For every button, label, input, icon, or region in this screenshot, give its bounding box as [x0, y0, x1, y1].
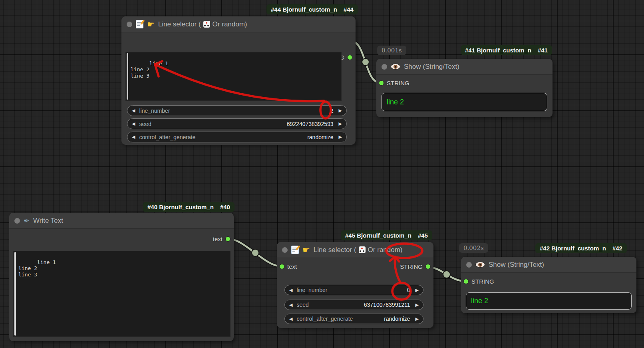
node-titlebar[interactable]: ☛ Line selector ( Or random): [121, 16, 356, 32]
widget-seed[interactable]: ◀ seed 637100783991211 ▶: [284, 300, 423, 310]
decrement-icon[interactable]: ◀: [132, 135, 135, 139]
decrement-icon[interactable]: ◀: [132, 108, 135, 113]
node-graph-canvas[interactable]: #44 Bjornulf_custom_n #44 0.001s #41 Bjo…: [0, 0, 644, 348]
badge-label: #42 Bjornulf_custom_n: [540, 245, 606, 252]
node-write-text-40[interactable]: ✒ Write Text text line 1 line 2 line 3: [9, 213, 234, 341]
show-text-value: line 2: [382, 93, 547, 111]
decrement-icon[interactable]: ◀: [289, 303, 292, 307]
decrement-icon[interactable]: ◀: [289, 288, 292, 292]
increment-icon[interactable]: ▶: [415, 317, 419, 321]
node-line-selector-45[interactable]: ☛ Line selector ( Or random) text STRING…: [277, 242, 433, 328]
eye-icon: [475, 262, 485, 268]
output-dot[interactable]: [425, 264, 431, 269]
node-titlebar[interactable]: Show (String/Text): [376, 59, 553, 75]
badge-label: #44 Bjornulf_custom_n: [271, 6, 337, 13]
timing-badge-41: 0.001s: [377, 46, 406, 55]
wire-midpoint-dot: [362, 58, 369, 66]
input-slot-string[interactable]: STRING: [463, 277, 494, 285]
decrement-icon[interactable]: ◀: [132, 122, 135, 126]
multiline-text-widget[interactable]: line 1 line 2 line 3: [125, 52, 342, 101]
node-titlebar[interactable]: ☛ Line selector ( Or random): [277, 242, 433, 258]
title-text: Or random): [368, 246, 403, 254]
node-badge-45: #45 Bjornulf_custom_n #45: [341, 230, 432, 240]
memo-pencil-icon: [136, 20, 143, 28]
textarea-content: line 1 line 2 line 3: [18, 259, 56, 278]
node-line-selector-44[interactable]: ☛ Line selector ( Or random) STRING line…: [121, 16, 356, 145]
node-badge-41: #41 Bjornulf_custom_n #41: [461, 45, 552, 55]
increment-icon[interactable]: ▶: [339, 135, 342, 139]
input-dot[interactable]: [379, 80, 384, 86]
node-show-string-41[interactable]: Show (String/Text) STRING line 2: [376, 59, 553, 117]
wire-40-to-45: [229, 239, 282, 266]
node-show-string-42[interactable]: Show (String/Text) STRING line 2: [461, 257, 636, 313]
input-slot-string[interactable]: STRING: [379, 79, 409, 87]
widget-value[interactable]: 692240738392593: [287, 121, 334, 127]
textarea-scrollbar: [14, 252, 16, 336]
wire-45-to-42: [428, 267, 465, 281]
input-dot[interactable]: [463, 279, 469, 284]
wire-midpoint-dot: [252, 249, 259, 256]
widget-label: control_after_generate: [296, 316, 384, 322]
badge-id: #45: [418, 232, 428, 239]
widget-control-after-generate[interactable]: ◀ control_after_generate randomize ▶: [284, 314, 423, 324]
slot-label: STRING: [400, 263, 423, 270]
widget-seed[interactable]: ◀ seed 692240738392593 ▶: [127, 118, 347, 129]
slot-label: STRING: [471, 278, 494, 285]
increment-icon[interactable]: ▶: [415, 303, 419, 307]
increment-icon[interactable]: ▶: [339, 108, 342, 113]
slot-label: STRING: [387, 80, 409, 86]
node-badge-42: #42 Bjornulf_custom_n #42: [535, 243, 627, 253]
node-titlebar[interactable]: ✒ Write Text: [9, 213, 234, 229]
slot-label: text: [287, 263, 297, 270]
widget-label: seed: [296, 302, 364, 308]
widget-value[interactable]: 637100783991211: [364, 302, 410, 308]
widget-line-number[interactable]: ◀ line_number 0 ▶: [284, 285, 423, 295]
show-text: line 2: [471, 297, 488, 305]
timing-badge-42: 0.002s: [459, 243, 488, 253]
input-dot[interactable]: [279, 264, 284, 269]
increment-icon[interactable]: ▶: [339, 122, 342, 126]
collapse-dot[interactable]: [282, 247, 288, 253]
node-badge-40: #40 Bjornulf_custom_n #40: [143, 202, 235, 212]
output-slot-string[interactable]: STRING: [400, 262, 431, 270]
multiline-text-widget[interactable]: line 1 line 2 line 3: [13, 251, 231, 337]
node-title: Write Text: [33, 217, 63, 225]
widget-control-after-generate[interactable]: ◀ control_after_generate randomize ▶: [127, 132, 347, 142]
widget-label: line_number: [139, 108, 330, 114]
collapse-dot[interactable]: [382, 64, 387, 70]
badge-label: #45 Bjornulf_custom_n: [345, 232, 411, 239]
widget-value[interactable]: 2: [330, 108, 334, 114]
widget-value[interactable]: randomize: [384, 316, 410, 322]
increment-icon[interactable]: ▶: [415, 288, 419, 292]
collapse-dot[interactable]: [127, 22, 132, 27]
collapse-dot[interactable]: [14, 218, 20, 224]
eye-icon: [391, 64, 400, 70]
show-text: line 2: [387, 98, 404, 106]
node-title: Show (String/Text): [489, 261, 544, 269]
output-slot-text[interactable]: text: [213, 235, 231, 243]
memo-pencil-icon: [291, 246, 299, 254]
badge-id: #42: [612, 245, 622, 252]
show-text-value: line 2: [466, 292, 632, 310]
collapse-dot[interactable]: [466, 262, 472, 268]
widget-value[interactable]: randomize: [307, 134, 333, 140]
widget-line-number[interactable]: ◀ line_number 2 ▶: [127, 105, 347, 116]
node-titlebar[interactable]: Show (String/Text): [461, 257, 636, 273]
widget-label: line_number: [296, 287, 407, 293]
slot-label: text: [213, 236, 223, 242]
widget-value[interactable]: 0: [407, 287, 410, 293]
output-dot[interactable]: [347, 55, 352, 60]
decrement-icon[interactable]: ◀: [289, 317, 292, 321]
node-badge-44: #44 Bjornulf_custom_n #44: [266, 4, 358, 14]
dice-icon: [203, 21, 210, 28]
textarea-content: line 1 line 2 line 3: [131, 60, 168, 79]
node-title: Show (String/Text): [404, 63, 459, 71]
badge-label: #40 Bjornulf_custom_n: [147, 204, 214, 210]
widget-label: control_after_generate: [139, 134, 307, 140]
badge-label: #41 Bjornulf_custom_n: [465, 47, 531, 54]
output-dot[interactable]: [225, 236, 231, 242]
input-slot-text[interactable]: text: [279, 262, 297, 270]
title-text: Line selector (: [314, 246, 356, 254]
badge-id: #40: [220, 204, 230, 210]
node-title: Line selector ( Or random): [314, 246, 403, 254]
